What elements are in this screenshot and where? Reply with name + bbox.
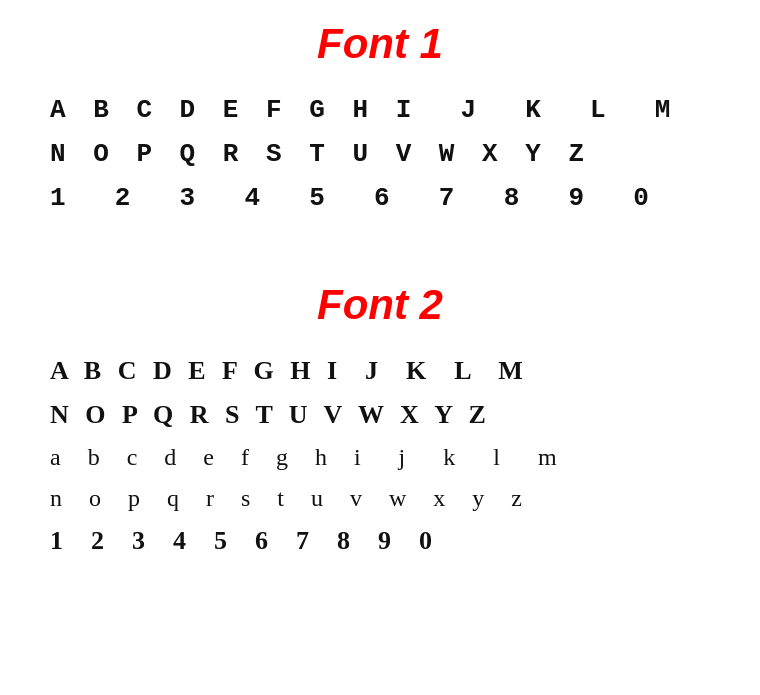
font2-row5: 1 2 3 4 5 6 7 8 9 0 xyxy=(40,519,720,563)
font1-section: Font 1 A B C D E F G H I J K L M N O P Q… xyxy=(40,20,720,221)
font1-row1: A B C D E F G H I J K L M xyxy=(40,88,720,132)
font2-row1: A B C D E F G H I J K L M xyxy=(40,349,720,393)
font1-title: Font 1 xyxy=(40,20,720,68)
font2-row2: N O P Q R S T U V W X Y Z xyxy=(40,393,720,437)
font2-row4: n o p q r s t u v w x y z xyxy=(40,478,720,519)
font2-row3: a b c d e f g h i j k l m xyxy=(40,437,720,478)
font1-row3: 1 2 3 4 5 6 7 8 9 0 xyxy=(40,176,720,220)
font1-row2: N O P Q R S T U V W X Y Z xyxy=(40,132,720,176)
font2-section: Font 2 A B C D E F G H I J K L M N O P Q… xyxy=(40,281,720,563)
font2-title: Font 2 xyxy=(40,281,720,329)
